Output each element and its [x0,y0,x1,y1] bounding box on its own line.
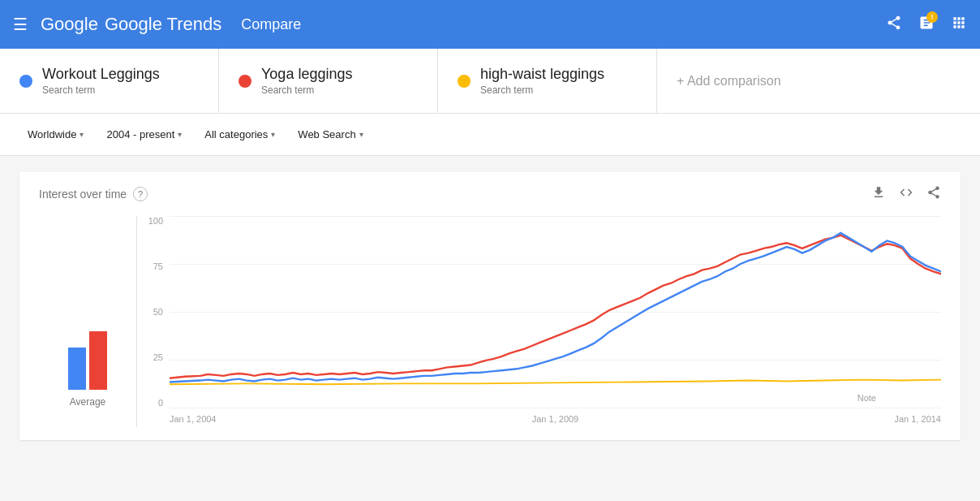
y-label-100: 100 [137,216,166,226]
y-axis: 0 25 50 75 100 [137,216,166,408]
x-label-2004: Jan 1, 2004 [170,414,217,424]
help-symbol: ? [138,189,143,199]
average-bars [68,325,107,390]
interest-over-time-card: Interest over time ? [19,172,961,440]
chart-svg [170,216,941,386]
workout-line [170,233,941,382]
grid-line-0 [170,408,941,408]
avg-bar-workout [68,348,86,390]
y-label-0: 0 [137,398,166,408]
time-chevron-icon: ▾ [178,130,182,139]
time-filter[interactable]: 2004 - present ▾ [98,123,190,145]
search-term-1[interactable]: Workout Leggings Search term [0,49,219,113]
average-section: Average [39,216,136,427]
term2-dot [239,75,251,88]
chart-title: Interest over time [39,188,127,201]
yoga-line [170,235,941,378]
google-text: Google [41,14,98,35]
download-icon[interactable] [871,185,886,203]
search-type-label: Web Search [298,128,355,140]
term2-type: Search term [261,84,352,96]
category-chevron-icon: ▾ [271,130,275,139]
avg-label: Average [70,396,105,408]
add-comparison-button[interactable]: + Add comparison [657,49,980,113]
term1-text: Workout Leggings Search term [42,66,160,96]
add-comparison-label: + Add comparison [677,74,781,89]
filter-bar: Worldwide ▾ 2004 - present ▾ All categor… [0,114,980,156]
category-label: All categories [204,128,268,140]
region-filter[interactable]: Worldwide ▾ [19,123,92,145]
share-chart-icon[interactable] [926,185,941,203]
compare-label: Compare [241,16,301,33]
term2-name: Yoga leggings [261,66,352,83]
term3-name: high-waist leggings [480,66,604,83]
term3-type: Search term [480,84,604,96]
menu-icon[interactable]: ☰ [13,15,28,34]
search-term-2[interactable]: Yoga leggings Search term [219,49,438,113]
term3-text: high-waist leggings Search term [480,66,604,96]
logo: Google Google Trends [41,14,221,35]
header-actions: ! [886,15,967,35]
term1-type: Search term [42,84,160,96]
x-label-2009: Jan 1, 2009 [532,414,579,424]
chart-help-icon[interactable]: ? [133,187,148,201]
term1-dot [19,75,32,88]
header: ☰ Google Google Trends Compare ! [0,0,980,49]
search-terms-bar: Workout Leggings Search term Yoga leggin… [0,49,980,114]
embed-icon[interactable] [899,185,913,203]
avg-bar-yoga [89,331,107,390]
x-label-2014: Jan 1, 2014 [895,414,942,424]
chart-actions [871,185,941,203]
chart-title-row: Interest over time ? [39,187,148,201]
trends-text: Google Trends [105,14,221,35]
share-icon[interactable] [886,15,902,35]
term3-dot [458,75,471,88]
region-chevron-icon: ▾ [80,130,84,139]
time-label: 2004 - present [106,128,174,140]
region-label: Worldwide [28,128,76,140]
chart-main: 0 25 50 75 100 [136,216,941,427]
chart-header: Interest over time ? [39,185,941,203]
search-type-filter[interactable]: Web Search ▾ [290,123,371,145]
chart-note: Note [858,393,876,403]
y-label-50: 50 [137,307,166,317]
y-label-75: 75 [137,261,166,271]
notifications-icon[interactable]: ! [918,15,935,35]
chart-body: Average 0 25 50 75 100 [39,216,941,427]
search-term-3[interactable]: high-waist leggings Search term [438,49,657,113]
y-label-25: 25 [137,352,166,362]
content-area: Interest over time ? [0,156,980,456]
category-filter[interactable]: All categories ▾ [196,123,283,145]
term2-text: Yoga leggings Search term [261,66,352,96]
search-type-chevron-icon: ▾ [359,130,363,139]
apps-icon[interactable] [951,15,967,35]
term1-name: Workout Leggings [42,66,160,83]
x-axis: Jan 1, 2004 Jan 1, 2009 Jan 1, 2014 [170,411,941,427]
